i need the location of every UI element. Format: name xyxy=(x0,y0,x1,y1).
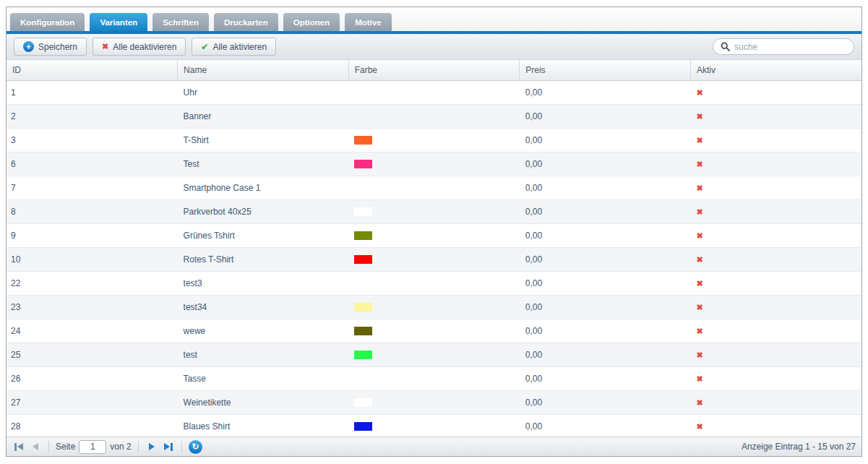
cell-id: 25 xyxy=(7,343,178,366)
page-number-input[interactable] xyxy=(79,440,106,454)
inactive-icon[interactable]: ✖ xyxy=(696,374,702,383)
table-row[interactable]: 26Tasse0,00✖ xyxy=(7,366,861,390)
cell-name: test3 xyxy=(178,271,349,295)
cell-id: 8 xyxy=(7,199,178,223)
cell-name: Banner xyxy=(178,104,349,128)
cell-name: Smartphone Case 1 xyxy=(178,176,349,199)
last-page-icon xyxy=(164,443,170,450)
cell-farbe xyxy=(348,176,520,199)
tab-schriften[interactable]: Schriften xyxy=(152,13,209,31)
cell-id: 10 xyxy=(7,247,178,271)
cell-name: wewe xyxy=(178,319,349,343)
inactive-icon[interactable]: ✖ xyxy=(696,422,702,431)
activate-all-label: Alle aktivieren xyxy=(212,42,267,52)
inactive-icon[interactable]: ✖ xyxy=(696,184,702,192)
paging-status: Anzeige Eintrag 1 - 15 von 27 xyxy=(742,442,856,452)
cell-aktiv: ✖ xyxy=(690,199,861,223)
cell-id: 28 xyxy=(7,414,178,438)
inactive-icon[interactable]: ✖ xyxy=(696,88,702,97)
paging-toolbar: Seite von 2 ↻ Anzeige Eintrag 1 - 15 von… xyxy=(7,437,861,456)
column-header-aktiv[interactable]: Aktiv xyxy=(690,60,861,80)
inactive-icon[interactable]: ✖ xyxy=(696,327,702,335)
cell-farbe xyxy=(348,152,520,176)
save-button-label: Speichern xyxy=(38,42,77,52)
cell-preis: 0,00 xyxy=(520,104,691,128)
tab-optionen[interactable]: Optionen xyxy=(283,13,340,31)
cell-aktiv: ✖ xyxy=(690,152,861,176)
plus-icon: + xyxy=(23,41,34,52)
cell-aktiv: ✖ xyxy=(690,223,861,247)
first-page-button[interactable] xyxy=(12,440,25,453)
cell-farbe xyxy=(348,319,520,343)
table-row[interactable]: 8Parkverbot 40x250,00✖ xyxy=(7,199,861,223)
color-swatch xyxy=(354,207,372,216)
inactive-icon[interactable]: ✖ xyxy=(696,303,702,312)
inactive-icon[interactable]: ✖ xyxy=(696,207,702,216)
check-icon: ✔ xyxy=(201,42,208,52)
cell-aktiv: ✖ xyxy=(690,128,861,152)
table-row[interactable]: 10Rotes T-Shirt0,00✖ xyxy=(7,247,861,271)
cell-preis: 0,00 xyxy=(520,199,691,223)
cell-id: 3 xyxy=(7,128,178,152)
table-row[interactable]: 1Uhr0,00✖ xyxy=(7,80,861,104)
tab-motive[interactable]: Motive xyxy=(345,13,391,31)
cell-farbe xyxy=(348,80,520,104)
refresh-button[interactable]: ↻ xyxy=(189,440,202,454)
color-swatch xyxy=(354,303,372,312)
cell-aktiv: ✖ xyxy=(690,247,861,271)
cell-name: Grünes Tshirt xyxy=(178,223,349,247)
table-row[interactable]: 6Test0,00✖ xyxy=(7,152,861,176)
cell-preis: 0,00 xyxy=(520,390,691,414)
inactive-icon[interactable]: ✖ xyxy=(696,160,702,168)
search-box[interactable] xyxy=(713,38,854,55)
table-row[interactable]: 27Weinetikette0,00✖ xyxy=(7,390,861,414)
variants-panel: KonfigurationVariantenSchriftenDruckarte… xyxy=(6,7,862,457)
save-button[interactable]: + Speichern xyxy=(14,38,87,56)
cell-id: 1 xyxy=(7,80,178,104)
column-header-id[interactable]: ID xyxy=(7,60,178,80)
inactive-icon[interactable]: ✖ xyxy=(696,398,702,407)
column-header-farbe[interactable]: Farbe xyxy=(348,60,520,80)
column-header-preis[interactable]: Preis xyxy=(520,60,691,80)
cell-id: 7 xyxy=(7,176,178,199)
cell-preis: 0,00 xyxy=(520,343,691,366)
deactivate-all-label: Alle deaktivieren xyxy=(113,42,176,52)
cell-aktiv: ✖ xyxy=(690,319,861,343)
table-row[interactable]: 23test340,00✖ xyxy=(7,295,861,319)
cell-name: Uhr xyxy=(178,80,349,104)
cell-preis: 0,00 xyxy=(520,366,691,390)
next-page-button[interactable] xyxy=(145,440,158,453)
table-row[interactable]: 9Grünes Tshirt0,00✖ xyxy=(7,223,861,247)
tab-druckarten[interactable]: Druckarten xyxy=(214,13,278,31)
cell-aktiv: ✖ xyxy=(690,366,861,390)
inactive-icon[interactable]: ✖ xyxy=(696,279,702,288)
cell-preis: 0,00 xyxy=(520,295,691,319)
color-swatch xyxy=(354,351,372,359)
tab-konfiguration[interactable]: Konfiguration xyxy=(10,13,85,31)
tab-varianten[interactable]: Varianten xyxy=(90,13,147,31)
next-page-icon xyxy=(149,443,155,450)
column-header-name[interactable]: Name xyxy=(178,60,349,80)
table-row[interactable]: 22test30,00✖ xyxy=(7,271,861,295)
cell-farbe xyxy=(348,343,520,366)
table-row[interactable]: 2Banner0,00✖ xyxy=(7,104,861,128)
activate-all-button[interactable]: ✔ Alle aktivieren xyxy=(192,38,276,56)
table-row[interactable]: 3T-Shirt0,00✖ xyxy=(7,128,861,152)
table-row[interactable]: 25test0,00✖ xyxy=(7,343,861,366)
cell-preis: 0,00 xyxy=(520,128,691,152)
inactive-icon[interactable]: ✖ xyxy=(696,351,702,359)
table-row[interactable]: 28Blaues Shirt0,00✖ xyxy=(7,414,861,438)
table-row[interactable]: 24wewe0,00✖ xyxy=(7,319,861,343)
inactive-icon[interactable]: ✖ xyxy=(696,136,702,145)
table-row[interactable]: 7Smartphone Case 10,00✖ xyxy=(7,176,861,199)
inactive-icon[interactable]: ✖ xyxy=(696,231,702,240)
previous-page-button[interactable] xyxy=(29,440,42,453)
color-swatch xyxy=(354,160,372,168)
deactivate-all-button[interactable]: ✖ Alle deaktivieren xyxy=(93,38,186,56)
inactive-icon[interactable]: ✖ xyxy=(696,255,702,264)
cell-preis: 0,00 xyxy=(520,319,691,343)
inactive-icon[interactable]: ✖ xyxy=(696,112,702,121)
cell-aktiv: ✖ xyxy=(690,271,861,295)
last-page-button[interactable] xyxy=(162,440,175,453)
search-input[interactable] xyxy=(734,42,846,52)
